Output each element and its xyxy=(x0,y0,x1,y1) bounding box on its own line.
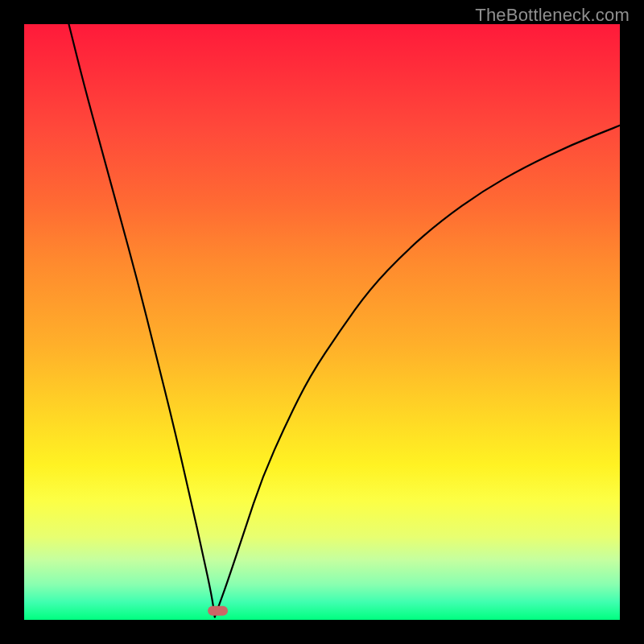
plot-area xyxy=(24,24,620,620)
chart-frame: TheBottleneck.com xyxy=(0,0,644,644)
curve-right xyxy=(215,126,620,617)
curve-svg xyxy=(24,24,620,620)
watermark-text: TheBottleneck.com xyxy=(475,5,630,26)
minimum-marker xyxy=(208,606,229,617)
curve-left xyxy=(69,24,215,617)
